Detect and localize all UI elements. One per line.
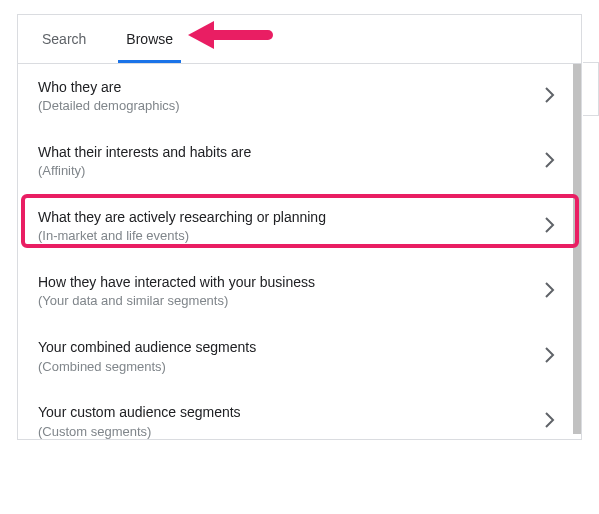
row-text: Who they are (Detailed demographics): [38, 78, 180, 115]
row-subtitle: (Your data and similar segments): [38, 293, 315, 310]
audience-panel: Search Browse Who they are (Detailed dem…: [17, 14, 582, 440]
row-title: Your combined audience segments: [38, 338, 256, 356]
row-combined-segments[interactable]: Your combined audience segments (Combine…: [18, 324, 581, 389]
tab-bar: Search Browse: [18, 15, 581, 63]
chevron-right-icon: [545, 217, 555, 237]
row-title: What they are actively researching or pl…: [38, 208, 326, 226]
scrollbar-track[interactable]: [573, 64, 581, 441]
row-text: Your custom audience segments (Custom se…: [38, 403, 241, 440]
row-interests-habits[interactable]: What their interests and habits are (Aff…: [18, 129, 581, 194]
row-subtitle: (Custom segments): [38, 424, 241, 441]
chevron-right-icon: [545, 282, 555, 302]
row-who-they-are[interactable]: Who they are (Detailed demographics): [18, 64, 581, 129]
chevron-right-icon: [545, 347, 555, 367]
row-title: What their interests and habits are: [38, 143, 251, 161]
tab-browse[interactable]: Browse: [118, 15, 181, 63]
row-subtitle: (Detailed demographics): [38, 98, 180, 115]
chevron-right-icon: [545, 412, 555, 432]
row-title: Who they are: [38, 78, 180, 96]
row-title: Your custom audience segments: [38, 403, 241, 421]
row-text: How they have interacted with your busin…: [38, 273, 315, 310]
row-text: What they are actively researching or pl…: [38, 208, 326, 245]
tab-search[interactable]: Search: [34, 15, 94, 63]
adjacent-panel-edge: [583, 62, 599, 116]
row-subtitle: (In-market and life events): [38, 228, 326, 245]
row-interacted-business[interactable]: How they have interacted with your busin…: [18, 259, 581, 324]
row-title: How they have interacted with your busin…: [38, 273, 315, 291]
category-list: Who they are (Detailed demographics) Wha…: [18, 63, 581, 441]
row-actively-researching[interactable]: What they are actively researching or pl…: [18, 194, 581, 259]
chevron-right-icon: [545, 152, 555, 172]
chevron-right-icon: [545, 87, 555, 107]
row-text: What their interests and habits are (Aff…: [38, 143, 251, 180]
scrollbar-thumb[interactable]: [573, 64, 581, 434]
row-text: Your combined audience segments (Combine…: [38, 338, 256, 375]
row-subtitle: (Combined segments): [38, 359, 256, 376]
row-subtitle: (Affinity): [38, 163, 251, 180]
row-custom-segments[interactable]: Your custom audience segments (Custom se…: [18, 389, 581, 454]
